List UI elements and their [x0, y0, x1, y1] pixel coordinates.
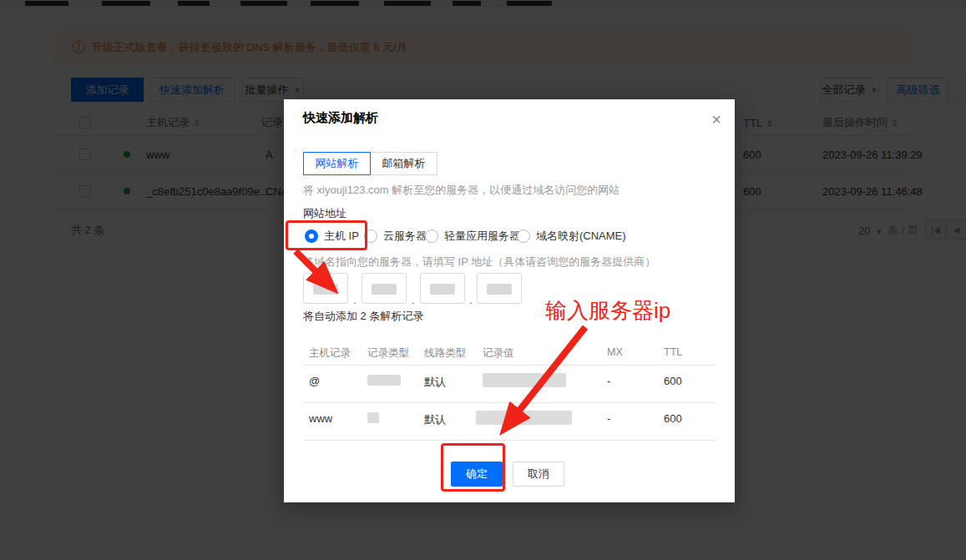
radio-host-ip[interactable]: 主机 IP [305, 229, 359, 244]
website-address-label: 网站地址 [303, 206, 346, 221]
pt-row-line: 默认 [424, 375, 446, 390]
ip-octet-input-4[interactable] [477, 273, 522, 304]
ip-dot-separator: . [412, 294, 415, 306]
dialog-description: 将 xiyouji123.com 解析至您的服务器，以便通过域名访问您的网站 [303, 183, 620, 198]
pt-row-mx: - [607, 412, 610, 425]
cancel-label: 取消 [528, 467, 549, 482]
dialog-tabs: 网站解析 邮箱解析 [303, 152, 437, 175]
close-icon[interactable]: × [711, 111, 721, 128]
confirm-button[interactable]: 确定 [451, 462, 503, 487]
annotation-text: 输入服务器ip [545, 296, 670, 325]
pt-row-host: www [309, 412, 332, 425]
divider [303, 365, 716, 366]
pt-header-ttl: TTL [664, 346, 682, 358]
ip-dot-separator: . [469, 294, 473, 306]
ip-hint-text: 将域名指向您的服务器，请填写 IP 地址（具体请咨询您的服务器提供商） [303, 255, 655, 270]
redacted-value [430, 284, 455, 295]
radio-icon [364, 230, 377, 243]
radio-label: 轻量应用服务器 [444, 229, 520, 244]
redacted-value [483, 373, 566, 387]
radio-selected-icon [305, 230, 318, 243]
tab-website-resolution[interactable]: 网站解析 [303, 152, 371, 175]
tab-label: 邮箱解析 [382, 156, 426, 171]
redacted-value [313, 284, 338, 295]
divider [303, 402, 716, 403]
pt-row-ttl: 600 [664, 412, 682, 425]
pt-row-line: 默认 [424, 412, 446, 427]
ip-octet-input-1[interactable] [303, 273, 348, 304]
radio-label: 主机 IP [324, 229, 359, 244]
pt-row-host: @ [309, 375, 320, 387]
pt-header-value: 记录值 [483, 346, 514, 361]
cancel-button[interactable]: 取消 [513, 462, 564, 487]
redacted-value [367, 412, 379, 423]
confirm-label: 确定 [466, 467, 488, 482]
radio-icon [517, 230, 530, 243]
radio-lighthouse-server[interactable]: 轻量应用服务器 [425, 229, 520, 244]
pt-row-ttl: 600 [664, 375, 682, 387]
divider [303, 440, 716, 441]
redacted-value [476, 411, 572, 425]
pt-header-mx: MX [607, 346, 623, 358]
pt-row-mx: - [607, 375, 610, 387]
radio-cloud-server[interactable]: 云服务器 [364, 229, 427, 244]
dns-console-screen: ! 升级正式版套餐，获得更极致的 DNS 解析服务，最低仅需 8 元/月 添加记… [0, 0, 966, 560]
radio-cname-mapping[interactable]: 域名映射(CNAME) [517, 229, 626, 244]
redacted-value [367, 375, 401, 386]
redacted-value [372, 284, 397, 295]
radio-label: 域名映射(CNAME) [536, 229, 626, 244]
auto-add-note: 将自动添加 2 条解析记录 [303, 309, 423, 324]
radio-label: 云服务器 [383, 229, 427, 244]
tab-label: 网站解析 [316, 156, 359, 171]
ip-dot-separator: . [353, 294, 357, 306]
dialog-title: 快速添加解析 [303, 110, 378, 126]
ip-octet-input-2[interactable] [362, 273, 407, 304]
radio-icon [425, 230, 438, 243]
pt-header-line: 线路类型 [424, 346, 466, 361]
redacted-value [487, 284, 512, 295]
tab-mail-resolution[interactable]: 邮箱解析 [370, 152, 437, 175]
pt-header-host: 主机记录 [309, 346, 351, 361]
ip-octet-input-3[interactable] [420, 273, 465, 304]
pt-header-type: 记录类型 [367, 346, 409, 361]
